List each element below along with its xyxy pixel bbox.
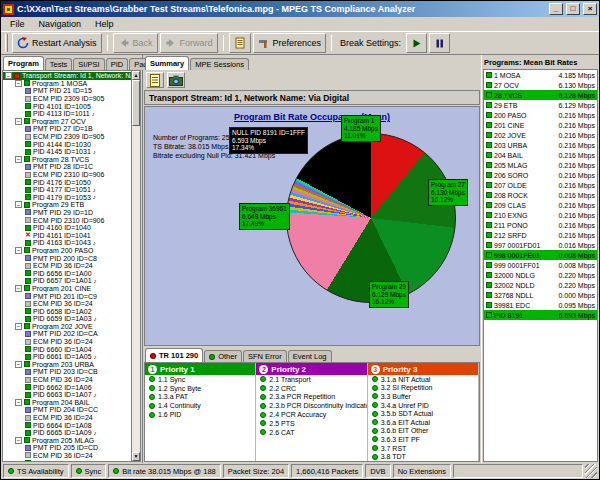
tr101290-check-item[interactable]: 2.3.b PCR Discontinuity Indicator [256, 401, 366, 410]
tree-item[interactable]: ✕PID 4161 ID=1041 [3, 231, 131, 239]
tab-sfn-error[interactable]: SFN Error [243, 350, 287, 362]
tree-scrollbar[interactable]: ▲ ▼ [131, 70, 141, 462]
tree-item[interactable]: −Program 203 URBA [3, 361, 131, 369]
tr101290-check-item[interactable]: 2.3.a PCR Repetition [256, 393, 366, 402]
restart-analysis-button[interactable]: Restart Analysis [12, 33, 102, 53]
tab-si-psi[interactable]: SI/PSI [73, 58, 104, 70]
program-bitrate-row[interactable]: 32002 NDLD0.220 Mbps [484, 280, 597, 290]
tree-item[interactable]: ECM PID 36 ID=24 [3, 300, 131, 308]
program-bitrate-row[interactable]: 39981 EDC0.095 Mbps [484, 300, 597, 310]
tree-item[interactable]: PID 6658 ID=1A02 [3, 307, 131, 315]
expand-toggle-icon[interactable]: − [15, 285, 22, 292]
tree-item[interactable]: −Program 29 ETB [3, 201, 131, 209]
tree-item[interactable]: PMT PID 205 ID=CD [3, 444, 131, 452]
resize-grip[interactable] [585, 464, 597, 478]
tree-item[interactable]: PID 6660 ID=1A04 [3, 345, 131, 353]
tree-item[interactable]: ECM PID 2309 ID=905 [3, 95, 131, 103]
tree-item[interactable]: ECM PID 2310 ID=906 [3, 171, 131, 179]
program-bitrate-row[interactable]: 212 SRFD0.216 Mbps [484, 230, 597, 240]
tr101290-check-item[interactable]: 3.6.3 EIT PF [368, 435, 478, 444]
tree-item[interactable]: ECM PID 36 ID=24 [3, 262, 131, 270]
tree-item[interactable]: PMT PID 28 ID=1C [3, 163, 131, 171]
program-bitrate-row[interactable]: 32000 NDLG0.220 Mbps [484, 270, 597, 280]
expand-toggle-icon[interactable]: − [15, 437, 22, 444]
tr101290-check-item[interactable]: 2.2 CRC [256, 384, 366, 393]
program-bitrate-row[interactable]: 27 OCV6.130 Mbps [484, 80, 597, 90]
tr101290-check-item[interactable]: 3.5.b SDT Actual [368, 409, 478, 418]
program-bitrate-row[interactable]: 998 0001FE010.008 Mbps [484, 250, 597, 260]
tab-pid[interactable]: PID [106, 58, 129, 70]
tr101290-check-item[interactable]: 1.1 Sync [145, 375, 255, 384]
scroll-down-icon[interactable]: ▼ [132, 452, 140, 461]
expand-toggle-icon[interactable]: − [15, 118, 22, 125]
tree-item[interactable]: PMT PID 29 ID=1D [3, 209, 131, 217]
program-bitrate-row[interactable]: 209 CLAS0.216 Mbps [484, 200, 597, 210]
tree-item[interactable]: PMT PID 21 ID=15 [3, 87, 131, 95]
preferences-button[interactable]: Preferences [253, 33, 327, 53]
tree-item[interactable]: ECM PID 36 ID=24 [3, 452, 131, 460]
pause-button[interactable] [429, 33, 450, 53]
tr101290-check-item[interactable]: 2.5 PTS [256, 419, 366, 428]
report-button[interactable] [229, 33, 251, 53]
tr101290-check-item[interactable]: 3.3 Buffer [368, 392, 478, 401]
tree-item[interactable]: PMT PID 27 ID=1B [3, 125, 131, 133]
tree-item[interactable]: PID 4101 ID=1005 [3, 102, 131, 110]
tree-item[interactable]: −Program 1 MOSA [3, 80, 131, 88]
tab-tr-101-290[interactable]: TR 101 290 [145, 348, 203, 362]
scroll-track[interactable] [132, 80, 140, 452]
tr101290-check-item[interactable]: 1.6 PID [145, 410, 255, 419]
tree-item[interactable]: PID 4144 ID=1030 [3, 140, 131, 148]
tree-item[interactable]: PMT PID 202 ID=CA [3, 330, 131, 338]
program-bitrate-row[interactable]: 1 MOSA4.185 Mbps [484, 70, 597, 80]
program-bitrate-row[interactable]: 997 0001FD010.016 Mbps [484, 240, 597, 250]
program-bitrate-row[interactable]: 29 ETB6.129 Mbps [484, 100, 597, 110]
tree-item[interactable]: −Transport Stream: Id 1, Network: Name: … [3, 72, 131, 80]
program-bitrate-row[interactable]: 208 ROCK0.216 Mbps [484, 190, 597, 200]
program-bitrate-row[interactable]: 211 PONO0.216 Mbps [484, 220, 597, 230]
expand-toggle-icon[interactable]: − [15, 80, 22, 87]
tree-item[interactable]: PMT PID 200 ID=C8 [3, 254, 131, 262]
tr101290-check-item[interactable]: 3.8 TDT [368, 452, 478, 461]
tab-program[interactable]: Program [3, 56, 44, 70]
program-bitrate-row[interactable]: 210 EXNG0.216 Mbps [484, 210, 597, 220]
tree-item[interactable]: −Program 28 TVCS [3, 156, 131, 164]
tr101290-check-item[interactable]: 2.6 CAT [256, 428, 366, 437]
tree-item[interactable]: ECM PID 2310 ID=906 [3, 216, 131, 224]
menu-help[interactable]: Help [88, 19, 121, 29]
tree-item[interactable]: −Program 200 PASO [3, 247, 131, 255]
tree-item[interactable]: −Program 204 BAIL [3, 399, 131, 407]
tree-item[interactable]: ECM PID 36 ID=24 [3, 338, 131, 346]
tree-item[interactable]: PID 4177 ID=1051♪ [3, 186, 131, 194]
program-bitrate-row[interactable]: 203 URBA0.216 Mbps [484, 140, 597, 150]
tree-item[interactable]: PMT PID 204 ID=CC [3, 406, 131, 414]
tree-item[interactable]: PID 6659 ID=1A03♪ [3, 315, 131, 323]
minimize-button[interactable]: _ [549, 3, 563, 15]
tree-item[interactable]: PMT PID 203 ID=CB [3, 368, 131, 376]
program-bitrate-row[interactable]: 207 OLDE0.216 Mbps [484, 180, 597, 190]
tree-item[interactable]: PID 6656 ID=1A00 [3, 269, 131, 277]
close-button[interactable]: × [583, 3, 597, 15]
tr101290-check-item[interactable]: 3.4.a Unref PID [368, 401, 478, 410]
program-bitrate-row[interactable]: 204 BAIL0.216 Mbps [484, 150, 597, 160]
tr101290-check-item[interactable]: 1.2 Sync Byte [145, 384, 255, 393]
tree-item[interactable]: PID 4163 ID=1043♪ [3, 239, 131, 247]
tr101290-check-item[interactable]: 1.3.a PAT [145, 393, 255, 402]
tr101290-check-item[interactable]: 3.6.a EIT Actual [368, 418, 478, 427]
tab-tests[interactable]: Tests [45, 58, 73, 70]
maximize-button[interactable]: □ [566, 3, 580, 15]
program-bitrate-row[interactable]: 202 JOVE0.216 Mbps [484, 130, 597, 140]
play-button[interactable] [406, 33, 427, 53]
program-bitrate-row[interactable]: 201 CINE0.216 Mbps [484, 120, 597, 130]
toolbar-grip[interactable] [5, 34, 8, 52]
tr101290-check-item[interactable]: 3.2 SI Repetition [368, 384, 478, 393]
tree-item[interactable]: PID 6661 ID=1A05♪ [3, 353, 131, 361]
program-bitrate-row[interactable]: 205 MLAG0.216 Mbps [484, 160, 597, 170]
program-bitrate-row[interactable]: 999 0001FF010.008 Mbps [484, 260, 597, 270]
tree-item[interactable]: PID 6665 ID=1A09♪ [3, 429, 131, 437]
expand-toggle-icon[interactable]: − [15, 201, 22, 208]
tr101290-check-item[interactable]: 1.4 Continuity [145, 401, 255, 410]
tr101290-check-item[interactable]: 2.4 PCR Accuracy [256, 410, 366, 419]
program-bitrate-row[interactable]: 206 SORO0.216 Mbps [484, 170, 597, 180]
tree-item[interactable]: −Program 201 CINE [3, 285, 131, 293]
expand-toggle-icon[interactable]: − [15, 247, 22, 254]
